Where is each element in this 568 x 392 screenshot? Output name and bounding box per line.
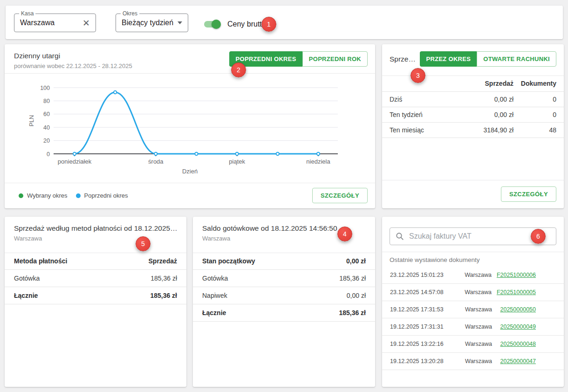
- recent-documents-title: Ostatnie wystawione dokumenty: [390, 256, 480, 263]
- payment-methods-header: Sprzedaż według metod płatności od 18.12…: [5, 217, 186, 242]
- tour-step-badge-5[interactable]: 5: [136, 236, 151, 251]
- document-number-link[interactable]: F20251000005: [497, 289, 536, 296]
- payment-methods-table: Metoda płatności Sprzedaż Gotówka 185,36…: [5, 253, 186, 304]
- document-number-link[interactable]: F20251000006: [497, 272, 536, 278]
- document-number-link[interactable]: 20250000048: [500, 341, 536, 347]
- tour-step-badge-1[interactable]: 1: [261, 17, 276, 32]
- kasa-field[interactable]: Kasa Warszawa ✕: [14, 14, 96, 32]
- dashboard-page: Kasa Warszawa ✕ Okres Bieżący tydzień Ce…: [0, 0, 568, 392]
- row-documents: 0: [513, 111, 556, 118]
- okres-select[interactable]: Okres Bieżący tydzień: [116, 14, 188, 32]
- row-value: 185,36 zł: [339, 309, 366, 316]
- legend-dot-blue: [76, 193, 81, 198]
- row-label: Ten miesiąc: [390, 126, 459, 134]
- document-row: 19.12.2025 17:31:31 Warszawa 20250000049: [382, 318, 564, 336]
- daily-revenue-footer: Wybrany okres Poprzedni okres SZCZEGÓŁY: [5, 183, 375, 208]
- column-sprzedaz: Sprzedaż: [149, 257, 177, 265]
- chart-legend: Wybrany okres Poprzedni okres: [19, 192, 128, 199]
- table-row-total: Łącznie 185,36 zł: [5, 287, 186, 304]
- svg-text:80: 80: [43, 98, 50, 104]
- tab-otwarte-rachunki[interactable]: OTWARTE RACHUNKI: [477, 51, 556, 67]
- row-sales: 3184,90 zł: [459, 126, 513, 134]
- tab-przez-okres[interactable]: PRZEZ OKRES: [420, 51, 477, 67]
- sales-card: Sprzedaż PRZEZ OKRES OTWARTE RACHUNKI Sp…: [382, 44, 564, 208]
- table-row-total: Łącznie 185,36 zł: [193, 304, 375, 322]
- svg-text:piątek: piątek: [229, 158, 245, 165]
- legend-item-selected-period: Wybrany okres: [19, 192, 68, 199]
- cash-balance-table: Stan początkowy 0,00 zł Gotówka 185,36 z…: [193, 253, 375, 322]
- row-sales: 0,00 zł: [459, 96, 513, 103]
- cash-balance-subtitle: Warszawa: [202, 235, 337, 242]
- sales-tab-group: PRZEZ OKRES OTWARTE RACHUNKI: [420, 51, 557, 67]
- tour-step-badge-3[interactable]: 3: [411, 68, 425, 83]
- daily-revenue-title: Dzienny utargi: [14, 51, 132, 61]
- filters-bar: Kasa Warszawa ✕ Okres Bieżący tydzień Ce…: [6, 6, 563, 39]
- svg-text:środa: środa: [148, 158, 164, 165]
- document-number-link[interactable]: 20250000049: [500, 323, 536, 330]
- svg-text:60: 60: [43, 111, 50, 117]
- row-label: Łącznie: [14, 292, 150, 299]
- row-label: Dziś: [390, 96, 459, 103]
- row-value: 0,00 zł: [346, 257, 366, 265]
- svg-text:20: 20: [43, 138, 50, 144]
- tour-step-badge-6[interactable]: 6: [531, 229, 546, 244]
- table-row: Ten miesiąc 3184,90 zł 48: [382, 123, 564, 138]
- payment-methods-subtitle: Warszawa: [14, 235, 179, 242]
- document-row: 19.12.2025 13:22:16 Warszawa 20250000048: [382, 336, 564, 353]
- svg-text:niedziela: niedziela: [306, 158, 330, 165]
- sales-details-button[interactable]: SZCZEGÓŁY: [501, 186, 556, 202]
- document-timestamp: 19.12.2025 17:31:53: [390, 306, 460, 313]
- row-sales: 0,00 zł: [459, 111, 513, 118]
- document-timestamp: 19.12.2025 13:22:16: [390, 341, 460, 347]
- sales-footer: SZCZEGÓŁY: [382, 180, 564, 208]
- document-timestamp: 23.12.2025 15:01:23: [390, 272, 459, 278]
- document-location: Warszawa: [460, 306, 497, 313]
- clear-kasa-icon[interactable]: ✕: [82, 19, 90, 28]
- chart-x-axis-label: Dzień: [5, 168, 375, 175]
- row-label: Gotówka: [14, 275, 151, 282]
- daily-revenue-chart-area: 020406080100poniedziałekśrodapiątekniedz…: [5, 73, 375, 183]
- legend-label: Poprzedni okres: [84, 192, 128, 199]
- okres-select-label: Okres: [121, 10, 139, 17]
- payment-methods-table-header: Metoda płatności Sprzedaż: [5, 253, 186, 270]
- legend-item-previous-period: Poprzedni okres: [76, 192, 128, 199]
- document-row: 19.12.2025 17:31:53 Warszawa 20250000050: [382, 301, 564, 318]
- table-row: Napiwek 0,00 zł: [193, 287, 375, 304]
- row-label: Gotówka: [202, 275, 339, 282]
- kasa-field-value: Warszawa: [20, 19, 55, 27]
- tour-step-badge-2[interactable]: 2: [231, 62, 246, 77]
- document-row: 19.12.2025 13:20:28 Warszawa 20250000047: [382, 353, 564, 370]
- sales-title: Sprzedaż: [390, 55, 420, 64]
- gross-prices-toggle-group: Ceny brutto: [204, 20, 266, 29]
- document-number-link[interactable]: 20250000047: [500, 358, 536, 364]
- table-row: Gotówka 185,36 zł: [193, 270, 375, 287]
- tour-step-badge-4[interactable]: 4: [337, 227, 352, 241]
- row-label: Łącznie: [202, 309, 339, 316]
- document-location: Warszawa: [459, 289, 497, 296]
- cash-balance-card: Saldo gotówkowe od 18.12.2025 14:56:50 W…: [193, 217, 375, 387]
- row-label: Ten tydzień: [390, 111, 459, 118]
- invoice-search-input[interactable]: [409, 232, 550, 241]
- svg-text:40: 40: [43, 124, 50, 131]
- daily-revenue-card: Dzienny utargi porównanie wobec 22.12.20…: [5, 44, 375, 208]
- previous-year-button[interactable]: POPRZEDNI ROK: [302, 51, 368, 67]
- table-row: Ten tydzień 0,00 zł 0: [382, 107, 564, 123]
- legend-label: Wybrany okres: [27, 192, 68, 199]
- column-dokumenty: Dokumenty: [513, 80, 556, 87]
- svg-text:poniedziałek: poniedziałek: [58, 158, 92, 165]
- document-row: 23.12.2025 15:01:23 Warszawa F2025100000…: [382, 267, 564, 284]
- ceny-brutto-toggle[interactable]: [204, 20, 221, 29]
- table-row: Dziś 0,00 zł 0: [382, 92, 564, 107]
- row-label: Napiwek: [202, 292, 347, 299]
- daily-revenue-details-button[interactable]: SZCZEGÓŁY: [312, 188, 368, 203]
- row-value: 185,36 zł: [339, 275, 366, 282]
- document-timestamp: 19.12.2025 13:20:28: [390, 358, 460, 364]
- document-number-link[interactable]: 20250000050: [500, 306, 536, 313]
- row-documents: 0: [513, 96, 556, 103]
- search-icon: [396, 232, 404, 241]
- document-row: 23.12.2025 14:57:08 Warszawa F2025100000…: [382, 284, 564, 301]
- document-location: Warszawa: [459, 272, 497, 278]
- daily-revenue-subtitle: porównanie wobec 22.12.2025 - 28.12.2025: [14, 62, 132, 69]
- daily-revenue-chart: 020406080100poniedziałekśrodapiątekniedz…: [5, 73, 375, 183]
- document-location: Warszawa: [460, 323, 497, 330]
